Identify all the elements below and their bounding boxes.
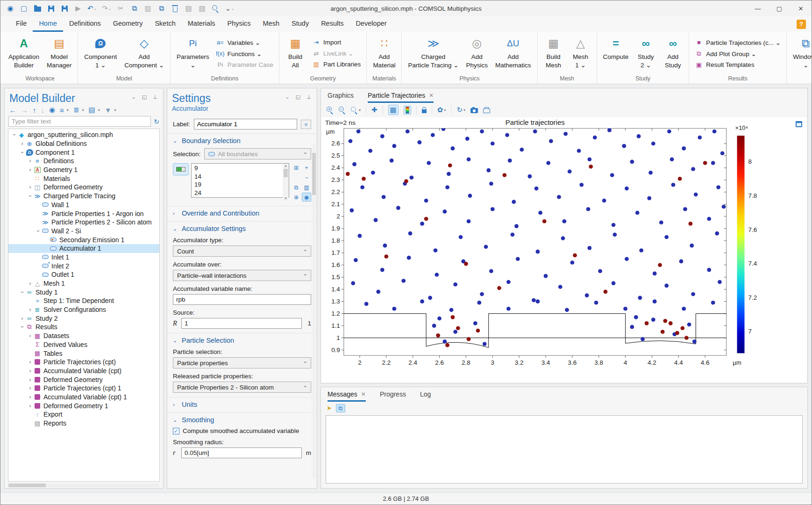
tree-item[interactable]: ›ΩComponent 1 [8, 148, 159, 157]
boundary-selection-header[interactable]: ⌄ Boundary Selection [173, 137, 311, 144]
add-icon[interactable]: + [302, 163, 311, 172]
close-tab-icon[interactable]: ✕ [361, 391, 366, 397]
tree-chevron-icon[interactable]: › [11, 132, 18, 138]
tree-item[interactable]: ›Particle Trajectories (cpt) [8, 358, 159, 367]
build-all-button[interactable]: ▦BuildAll [282, 33, 308, 74]
add-material-button[interactable]: ∷AddMaterial [370, 33, 399, 74]
menu-tab-definitions[interactable]: Definitions [63, 16, 107, 32]
image-settings-icon[interactable]: ✿▾ [437, 106, 446, 114]
tree-chevron-icon[interactable]: › [27, 359, 33, 365]
filter-icon[interactable]: ▼ [105, 106, 112, 114]
boundary-list[interactable]: 9141924 [191, 163, 289, 198]
new-file-icon[interactable]: ▢ [20, 4, 28, 13]
tree-item[interactable]: ↑Export [8, 410, 159, 419]
maximize-button[interactable]: ▢ [769, 0, 790, 16]
menu-tab-results[interactable]: Results [315, 16, 349, 32]
part-libraries-button[interactable]: ▥Part Libraries [312, 61, 361, 68]
study-button[interactable]: ∞Study2 ⌄ [633, 33, 659, 74]
accumulated-variable-input[interactable]: rpb [173, 294, 311, 305]
zoom-extents-icon[interactable]: ✚ [371, 106, 378, 114]
functions-button[interactable]: f(x)Functions ⌄ [216, 50, 273, 58]
disabled-a-icon[interactable]: ▨ [185, 4, 193, 13]
tree-item[interactable]: ›≫Charged Particle Tracing [8, 192, 159, 201]
tree-item[interactable]: ›⧉Results [8, 323, 159, 332]
result-templates-button[interactable]: ▣Result Templates [695, 61, 781, 68]
collapse-list-icon[interactable]: ≣ [73, 106, 79, 114]
chevron-down-icon[interactable]: ⌄ [284, 94, 291, 100]
messages-content[interactable] [326, 415, 803, 483]
save-icon[interactable] [47, 4, 55, 13]
color-legend-icon[interactable] [404, 106, 411, 115]
component-button[interactable]: ΩComponent1 ⌄ [81, 33, 120, 74]
tree-item[interactable]: ›≡Definitions [8, 157, 159, 166]
released-properties-dropdown[interactable]: Particle Properties 2 - Silicon atom [173, 382, 311, 393]
import-button[interactable]: ⇥Import [312, 39, 361, 46]
active-selection-toggle[interactable] [173, 163, 189, 175]
menu-tab-home[interactable]: Home [33, 16, 63, 32]
save-as-icon[interactable] [60, 4, 69, 13]
tree-item[interactable]: ▤Reports [8, 419, 159, 428]
tree-item[interactable]: Inlet 2 [8, 261, 159, 270]
disabled-b-icon[interactable]: ▧ [198, 4, 207, 13]
tree-item[interactable]: Wall 1 [8, 201, 159, 209]
minimize-button[interactable]: — [747, 0, 769, 16]
tree-item[interactable]: ›Deformed Geometry 1 [8, 401, 159, 410]
tree-chevron-icon[interactable]: › [19, 324, 26, 330]
duplicate-icon[interactable]: ⧉ [157, 4, 166, 13]
tree-item[interactable]: ›Particle Trajectories (cpt) 1 [8, 384, 159, 393]
pin-icon[interactable]: ⊥ [152, 94, 158, 100]
settings-scrollbar[interactable] [312, 144, 316, 479]
clear-pointer-icon[interactable]: ➤ [327, 404, 332, 411]
paste-icon[interactable]: ▥ [144, 4, 152, 13]
menu-tab-mesh[interactable]: Mesh [257, 16, 285, 32]
accumulator-settings-header[interactable]: ⌄ Accumulator Settings [173, 225, 311, 232]
run-icon[interactable]: ▶ [74, 4, 82, 13]
tree-chevron-icon[interactable]: › [27, 306, 33, 313]
tree-item[interactable]: ≫Particle Properties 2 - Silicon atom [8, 218, 159, 227]
menu-tab-materials[interactable]: Materials [182, 16, 221, 32]
remove-icon[interactable]: − [302, 173, 311, 182]
tree-chevron-icon[interactable]: › [35, 228, 42, 234]
accumulate-over-dropdown[interactable]: Particle–wall interactions [173, 270, 311, 281]
tree-chevron-icon[interactable]: › [27, 385, 33, 391]
accumulator-type-dropdown[interactable]: Count [173, 245, 311, 257]
boundary-list-item[interactable]: 9 [194, 164, 286, 173]
tab-messages[interactable]: Messages✕ [328, 390, 366, 402]
build-mesh-button[interactable]: ▦BuildMesh [541, 33, 567, 74]
selection-dropdown[interactable]: All boundaries [204, 148, 311, 159]
open-file-icon[interactable] [33, 4, 42, 13]
tree-item[interactable]: Inlet 1 [8, 253, 159, 262]
tab-particle-trajectories[interactable]: Particle Trajectories✕ [368, 92, 434, 103]
add-physics-button[interactable]: ◎AddPhysics [463, 33, 491, 74]
tab-progress[interactable]: Progress [380, 390, 406, 402]
plot-area[interactable]: Time=2 nsParticle trajectoriesµm22.22.42… [321, 117, 807, 382]
tree-chevron-icon[interactable]: › [27, 394, 33, 400]
tree-item[interactable]: ›Deformed Geometry [8, 375, 159, 384]
redo-icon[interactable]: ↷⌄ [102, 4, 111, 13]
units-header[interactable]: › Units [173, 401, 311, 408]
lock-icon[interactable] [422, 107, 427, 113]
boundary-list-item[interactable]: 24 [194, 189, 286, 197]
show-selection-icon[interactable]: ◉ [302, 193, 311, 202]
delete-icon[interactable] [171, 4, 179, 13]
tree-item[interactable]: ▦Tables [8, 349, 159, 358]
tree-item[interactable]: ›∞Study 2 [8, 314, 159, 323]
back-icon[interactable]: ← [9, 106, 16, 114]
tree-chevron-icon[interactable]: › [27, 332, 33, 339]
paste-icon[interactable]: ▥ [302, 183, 311, 192]
tree-item[interactable]: ›Accumulated Variable (cpt) [8, 367, 159, 375]
refresh-icon[interactable]: ↻ [154, 118, 159, 125]
tree-item[interactable]: ›◆argon_sputtering_silicon.mph [8, 130, 159, 139]
model-tree-nodes-icon[interactable]: ▤ [88, 106, 95, 114]
tree-item[interactable]: ›⊕Global Definitions [8, 139, 159, 148]
zoom-in-icon[interactable]: + [327, 107, 334, 114]
close-button[interactable]: ✕ [790, 0, 812, 16]
add-component-button[interactable]: ◇AddComponent ⌄ [121, 33, 167, 74]
move-down-icon[interactable]: ↓ [41, 106, 45, 114]
tab-log[interactable]: Log [420, 390, 431, 402]
trajectory-plot[interactable]: Time=2 nsParticle trajectoriesµm22.22.42… [321, 117, 807, 382]
close-tab-icon[interactable]: ✕ [429, 92, 434, 99]
search-icon[interactable] [212, 4, 220, 13]
parameters-button[interactable]: PiParameters⌄ [173, 33, 213, 74]
add-mathematics-button[interactable]: ΔUAddMathematics [492, 33, 534, 74]
